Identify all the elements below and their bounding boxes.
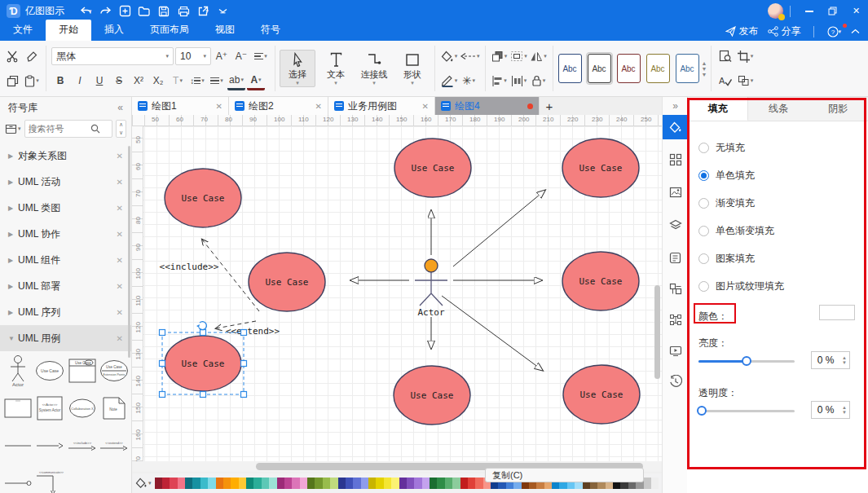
menu-tab-2[interactable]: 插入 bbox=[91, 20, 137, 41]
sidebar-category-5[interactable]: ▶UML 部署✕ bbox=[0, 273, 131, 299]
fill-color-button[interactable]: ▾ bbox=[440, 46, 458, 66]
color-swatch-41[interactable] bbox=[468, 478, 475, 489]
symbol-communication-line[interactable]: <<communicate>> bbox=[33, 465, 66, 493]
panel-tab-0[interactable]: 填充 bbox=[687, 97, 748, 121]
selection-handle-0[interactable] bbox=[160, 330, 165, 336]
style-preset-4[interactable]: Abc bbox=[674, 52, 701, 85]
customize-toolbar-button[interactable] bbox=[213, 3, 232, 20]
color-swatch-20[interactable] bbox=[307, 478, 315, 489]
help-caret-icon[interactable]: ▾ bbox=[838, 29, 841, 35]
color-swatch-29[interactable] bbox=[376, 478, 383, 489]
category-expand-icon[interactable]: ▼ bbox=[8, 335, 18, 342]
bullet-list-button[interactable]: ▾ bbox=[208, 71, 226, 90]
palette-fill-button[interactable]: ▾ bbox=[135, 478, 152, 489]
close-button[interactable]: ✕ bbox=[844, 0, 868, 22]
menu-tab-3[interactable]: 页面布局 bbox=[137, 20, 202, 41]
category-expand-icon[interactable]: ▶ bbox=[8, 178, 18, 186]
text-highlight-button[interactable]: ab▾ bbox=[227, 71, 245, 90]
fill-option-3[interactable]: 单色渐变填充 bbox=[698, 224, 774, 238]
selection-handle-1[interactable] bbox=[200, 330, 206, 336]
color-swatch-34[interactable] bbox=[414, 478, 421, 489]
fill-option-2[interactable]: 渐变填充 bbox=[698, 196, 755, 210]
color-swatch-24[interactable] bbox=[338, 478, 346, 489]
color-swatch-23[interactable] bbox=[330, 478, 337, 489]
selection-handle-3[interactable] bbox=[160, 361, 165, 367]
use-case-node-5[interactable]: Use Case bbox=[165, 336, 241, 391]
print-button[interactable] bbox=[174, 3, 193, 20]
align-button[interactable]: ▾ bbox=[252, 46, 270, 66]
radio-icon[interactable] bbox=[698, 198, 709, 209]
color-swatch-40[interactable] bbox=[460, 478, 468, 489]
symbol-search-box[interactable] bbox=[24, 120, 112, 138]
transparency-spinner[interactable]: 0 % ▲▼ bbox=[811, 401, 850, 419]
color-swatch-31[interactable] bbox=[391, 478, 399, 489]
color-swatch-7[interactable] bbox=[208, 478, 215, 489]
collapse-ribbon-button[interactable] bbox=[848, 29, 863, 34]
color-swatch-16[interactable] bbox=[277, 478, 284, 489]
category-close-icon[interactable]: ✕ bbox=[117, 178, 123, 187]
menu-tab-4[interactable]: 视图 bbox=[202, 20, 248, 41]
category-close-icon[interactable]: ✕ bbox=[117, 256, 123, 265]
color-swatch-38[interactable] bbox=[445, 478, 452, 489]
cut-button[interactable] bbox=[3, 46, 21, 66]
shape-tool-button[interactable]: 形状▾ bbox=[394, 51, 430, 86]
menu-tab-5[interactable]: 符号 bbox=[248, 20, 293, 41]
color-swatch-35[interactable] bbox=[422, 478, 430, 489]
color-swatch-11[interactable] bbox=[239, 478, 246, 489]
color-swatch-17[interactable] bbox=[284, 478, 292, 489]
presentation-panel-button[interactable] bbox=[663, 338, 688, 363]
symbol-rectangle[interactable] bbox=[2, 390, 33, 426]
document-tab-2[interactable]: 业务用例图✕ bbox=[328, 97, 435, 115]
menu-tab-1[interactable]: 开始 bbox=[46, 20, 91, 41]
color-swatch-18[interactable] bbox=[292, 478, 299, 489]
style-preset-1[interactable]: Abc bbox=[586, 52, 613, 85]
rotate-handle-icon[interactable] bbox=[199, 322, 206, 330]
category-close-icon[interactable]: ✕ bbox=[117, 204, 123, 213]
expand-panel-button[interactable]: » bbox=[663, 97, 688, 115]
document-tab-3[interactable]: 绘图4 bbox=[435, 97, 540, 115]
crop-button[interactable]: ▾ bbox=[736, 46, 754, 66]
selection-handle-6[interactable] bbox=[200, 392, 206, 398]
category-expand-icon[interactable]: ▶ bbox=[8, 257, 18, 264]
presets-expand[interactable]: ▼ bbox=[702, 72, 707, 77]
symbol-system-actor[interactable]: <<Actor>>System Actor bbox=[33, 390, 66, 426]
use-case-node-2[interactable]: Use Case bbox=[165, 169, 241, 227]
color-swatch-39[interactable] bbox=[452, 478, 460, 489]
color-swatch-0[interactable] bbox=[155, 478, 162, 489]
category-expand-icon[interactable]: ▶ bbox=[8, 231, 18, 238]
user-avatar[interactable] bbox=[768, 3, 783, 19]
minimize-button[interactable] bbox=[797, 0, 821, 22]
color-swatch-65[interactable] bbox=[651, 478, 659, 489]
drawing-canvas[interactable]: 5060708090100110120130140150160170 Use C… bbox=[132, 126, 662, 461]
library-next-button[interactable]: ∨ bbox=[117, 129, 126, 137]
selection-handle-5[interactable] bbox=[160, 392, 165, 398]
document-tab-1[interactable]: 绘图2✕ bbox=[229, 97, 328, 115]
category-close-icon[interactable]: ✕ bbox=[117, 230, 123, 239]
color-swatch-28[interactable] bbox=[368, 478, 376, 489]
text-tool-button[interactable]: 文本▾ bbox=[318, 51, 354, 86]
align-objects-button[interactable]: ▾ bbox=[491, 71, 509, 90]
fill-option-1[interactable]: 单色填充 bbox=[698, 169, 755, 183]
selection-handle-4[interactable] bbox=[241, 361, 247, 367]
style-preset-0[interactable]: Abc bbox=[557, 52, 584, 85]
category-close-icon[interactable]: ✕ bbox=[117, 152, 123, 161]
symbol-line[interactable] bbox=[2, 428, 33, 464]
fill-option-5[interactable]: 图片或纹理填充 bbox=[698, 280, 784, 293]
lock-button[interactable]: ▾ bbox=[530, 71, 548, 90]
color-swatch-21[interactable] bbox=[315, 478, 322, 489]
export-caret-icon[interactable]: ▾ bbox=[205, 8, 209, 15]
radio-icon[interactable] bbox=[698, 281, 709, 292]
radio-icon[interactable] bbox=[698, 226, 709, 236]
sidebar-category-4[interactable]: ▶UML 组件✕ bbox=[0, 247, 131, 273]
radio-icon[interactable] bbox=[698, 143, 709, 153]
group-button[interactable]: ▾ bbox=[510, 46, 528, 66]
library-menu-button[interactable]: ▾ bbox=[5, 124, 21, 134]
export-button[interactable]: ▾ bbox=[193, 3, 213, 20]
color-swatch-25[interactable] bbox=[346, 478, 353, 489]
color-swatch-36[interactable] bbox=[430, 478, 437, 489]
use-case-node-0[interactable]: Use Case bbox=[394, 139, 471, 197]
save-button[interactable] bbox=[154, 3, 174, 20]
symbol-search-input[interactable] bbox=[29, 124, 90, 134]
font-color-button[interactable]: A▾ bbox=[247, 71, 265, 90]
undo-caret-icon[interactable]: ▾ bbox=[89, 8, 92, 15]
